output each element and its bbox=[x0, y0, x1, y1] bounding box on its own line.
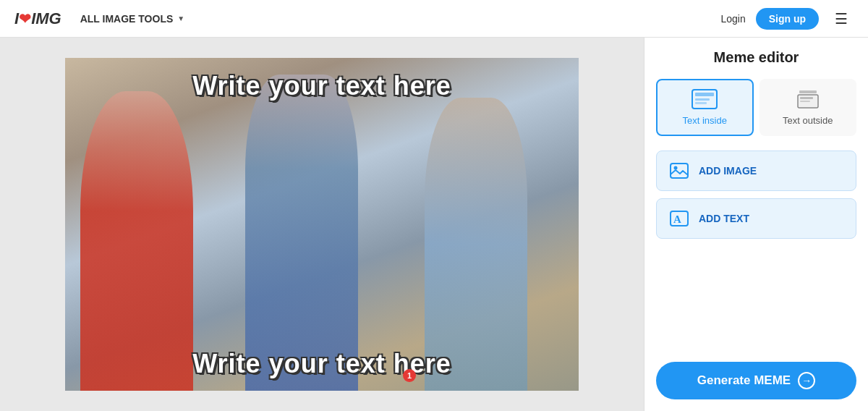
svg-rect-3 bbox=[695, 102, 707, 104]
logo-heart: ❤ bbox=[19, 10, 31, 27]
add-image-label: ADD IMAGE bbox=[699, 165, 757, 177]
svg-rect-6 bbox=[800, 97, 813, 99]
add-image-icon bbox=[668, 160, 690, 182]
all-tools-button[interactable]: ALL IMAGE TOOLS ▼ bbox=[73, 9, 192, 29]
tab-inside-label: Text inside bbox=[683, 115, 727, 126]
login-button[interactable]: Login bbox=[720, 13, 745, 25]
all-tools-label: ALL IMAGE TOOLS bbox=[80, 13, 174, 25]
meme-image bbox=[65, 58, 579, 391]
logo[interactable]: I❤IMG bbox=[14, 9, 61, 28]
tab-text-inside[interactable]: Text inside bbox=[656, 79, 754, 136]
signup-button[interactable]: Sign up bbox=[756, 8, 819, 30]
add-text-button[interactable]: A ADD TEXT bbox=[656, 198, 856, 239]
figure-right bbox=[425, 98, 527, 391]
svg-point-9 bbox=[674, 166, 678, 170]
figure-red bbox=[80, 91, 193, 391]
figure-blue bbox=[245, 75, 358, 391]
hamburger-icon: ☰ bbox=[835, 11, 848, 27]
panel-title: Meme editor bbox=[656, 49, 856, 66]
generate-meme-button[interactable]: Generate MEME → bbox=[656, 362, 856, 399]
generate-label: Generate MEME bbox=[697, 373, 791, 388]
meme-container[interactable]: Write your text here Write your text her… bbox=[65, 58, 579, 391]
text-outside-icon bbox=[795, 89, 821, 109]
svg-rect-8 bbox=[671, 164, 688, 178]
arrow-circle-icon: → bbox=[798, 372, 815, 389]
header-right: Login Sign up ☰ bbox=[720, 7, 854, 30]
app-header: I❤IMG ALL IMAGE TOOLS ▼ Login Sign up ☰ bbox=[0, 0, 868, 38]
logo-img: IMG bbox=[31, 9, 61, 28]
right-panel: Meme editor Text inside Text bbox=[644, 38, 868, 411]
tab-outside-label: Text outside bbox=[783, 115, 833, 126]
svg-rect-5 bbox=[799, 90, 817, 93]
add-text-label: ADD TEXT bbox=[699, 213, 749, 224]
add-text-icon: A bbox=[668, 208, 690, 229]
meme-text-top[interactable]: Write your text here bbox=[192, 71, 451, 101]
main-layout: Write your text here Write your text her… bbox=[0, 38, 868, 411]
svg-rect-1 bbox=[695, 93, 714, 96]
hamburger-menu-button[interactable]: ☰ bbox=[829, 7, 854, 30]
svg-rect-7 bbox=[800, 101, 810, 102]
text-badge: 1 bbox=[403, 369, 416, 382]
header-left: I❤IMG ALL IMAGE TOOLS ▼ bbox=[14, 9, 192, 29]
svg-text:A: A bbox=[673, 213, 681, 225]
add-image-button[interactable]: ADD IMAGE bbox=[656, 151, 856, 191]
canvas-area: Write your text here Write your text her… bbox=[0, 38, 644, 411]
text-inside-icon bbox=[692, 89, 718, 109]
svg-rect-2 bbox=[695, 98, 710, 101]
chevron-down-icon: ▼ bbox=[177, 14, 184, 22]
tabs-row: Text inside Text outside bbox=[656, 79, 856, 136]
tab-text-outside[interactable]: Text outside bbox=[760, 79, 857, 136]
